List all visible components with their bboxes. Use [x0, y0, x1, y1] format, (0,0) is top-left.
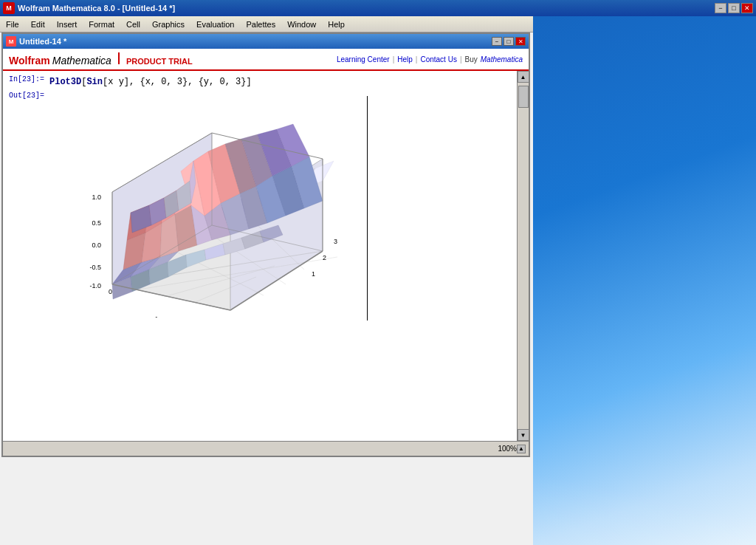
- window-title: Wolfram Mathematica 8.0 - [Untitled-14 *…: [18, 4, 715, 13]
- svg-text:1.0: 1.0: [92, 193, 101, 201]
- window-controls: − □ ✕: [715, 3, 753, 13]
- notebook-maximize[interactable]: □: [504, 37, 514, 46]
- notebook-icon: M: [6, 36, 16, 47]
- menu-help[interactable]: Help: [322, 18, 351, 30]
- main-app: File Edit Insert Format Cell Graphics Ev…: [0, 16, 533, 545]
- buy-label: Buy: [465, 55, 478, 64]
- status-bar: 100% ▲: [3, 441, 529, 456]
- input-code: Plot3D[Sin[x y], {x, 0, 3}, {y, 0, 3}]: [49, 77, 252, 87]
- menu-file[interactable]: File: [0, 18, 25, 30]
- maximize-button[interactable]: □: [728, 3, 740, 13]
- menu-edit[interactable]: Edit: [25, 18, 51, 30]
- svg-text:-0.5: -0.5: [89, 264, 101, 271]
- product-trial-badge: PRODUCT TRIAL: [126, 57, 193, 66]
- menu-evaluation[interactable]: Evaluation: [190, 18, 240, 30]
- menu-insert[interactable]: Insert: [51, 18, 83, 30]
- notebook-close[interactable]: ✕: [515, 37, 526, 46]
- learning-center-link[interactable]: Learning Center: [337, 55, 390, 64]
- output-label: Out[23]=: [9, 90, 49, 326]
- mathematica-name: Mathematica: [52, 55, 111, 66]
- zoom-up-button[interactable]: ▲: [517, 445, 526, 453]
- menu-graphics[interactable]: Graphics: [146, 18, 190, 30]
- svg-text:0.0: 0.0: [92, 241, 101, 249]
- scroll-track: [518, 83, 529, 429]
- contact-us-link[interactable]: Contact Us: [420, 55, 456, 64]
- wolfram-header: Wolfram Mathematica PRODUCT TRIAL Learni…: [3, 49, 529, 71]
- svg-text:2: 2: [323, 254, 326, 261]
- header-links: Learning Center | Help | Contact Us | Bu…: [337, 55, 523, 64]
- output-content: 1.0 0.5 0.0 -0.5 -1.0 1 2 3 1: [49, 90, 511, 326]
- cell-area[interactable]: In[23]:= Plot3D[Sin[x y], {x, 0, 3}, {y,…: [3, 71, 517, 441]
- svg-text:3: 3: [334, 238, 337, 245]
- menu-window[interactable]: Window: [281, 18, 322, 30]
- svg-text:1: 1: [154, 315, 158, 318]
- close-button[interactable]: ✕: [741, 3, 753, 13]
- scroll-down-button[interactable]: ▼: [518, 429, 529, 441]
- notebook-window: M Untitled-14 * − □ ✕ Wolfram Mathematic…: [1, 32, 530, 457]
- menu-cell[interactable]: Cell: [120, 18, 146, 30]
- right-scrollbar[interactable]: ▲ ▼: [517, 71, 529, 441]
- wolfram-logo: Wolfram Mathematica PRODUCT TRIAL: [9, 52, 193, 66]
- svg-text:-1.0: -1.0: [89, 282, 101, 289]
- plot-svg: 1.0 0.5 0.0 -0.5 -1.0 1 2 3 1: [49, 96, 352, 318]
- fn-plot3d: Plot3D: [49, 77, 81, 87]
- app-icon: M: [3, 2, 15, 14]
- notebook-content: In[23]:= Plot3D[Sin[x y], {x, 0, 3}, {y,…: [3, 71, 529, 441]
- os-titlebar: M Wolfram Mathematica 8.0 - [Untitled-14…: [0, 0, 756, 16]
- minimize-button[interactable]: −: [715, 3, 726, 13]
- menu-format[interactable]: Format: [83, 18, 120, 30]
- notebook-titlebar: M Untitled-14 * − □ ✕: [3, 34, 529, 49]
- input-content[interactable]: Plot3D[Sin[x y], {x, 0, 3}, {y, 0, 3}]: [49, 74, 511, 87]
- help-link[interactable]: Help: [397, 55, 413, 64]
- scroll-up-button[interactable]: ▲: [518, 71, 529, 83]
- buy-mathematica-link[interactable]: Mathematica: [481, 55, 523, 64]
- svg-text:0: 0: [109, 288, 112, 295]
- menu-bar: File Edit Insert Format Cell Graphics Ev…: [0, 16, 533, 32]
- menu-palettes[interactable]: Palettes: [240, 18, 281, 30]
- plot-container[interactable]: 1.0 0.5 0.0 -0.5 -1.0 1 2 3 1: [49, 96, 511, 321]
- scroll-thumb[interactable]: [518, 86, 529, 108]
- input-label: In[23]:=: [9, 74, 49, 87]
- input-cell: In[23]:= Plot3D[Sin[x y], {x, 0, 3}, {y,…: [9, 74, 511, 87]
- zoom-level: 100%: [498, 445, 517, 453]
- svg-text:1: 1: [312, 270, 315, 278]
- svg-text:0.5: 0.5: [92, 219, 101, 227]
- output-cell: Out[23]=: [9, 90, 511, 326]
- notebook-title: Untitled-14 *: [19, 37, 490, 46]
- notebook-minimize[interactable]: −: [492, 37, 502, 46]
- logo-divider: [118, 52, 120, 64]
- wolfram-name: Wolfram: [9, 55, 50, 66]
- cursor-line: [367, 96, 368, 321]
